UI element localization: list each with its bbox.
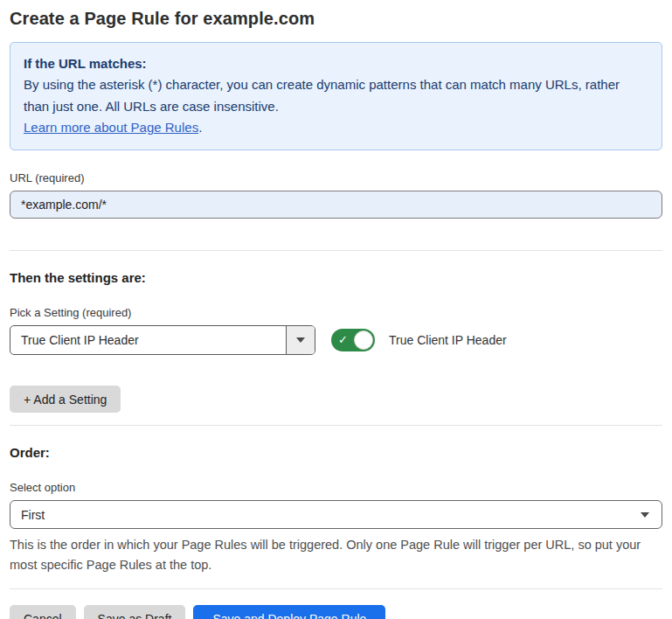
info-box-body: By using the asterisk (*) character, you… bbox=[24, 74, 648, 117]
chevron-down-icon bbox=[641, 512, 649, 518]
order-select[interactable]: First bbox=[10, 500, 662, 529]
order-select-group: Select option First This is the order in… bbox=[10, 481, 662, 574]
page-title: Create a Page Rule for example.com bbox=[10, 9, 662, 29]
url-matches-info-box: If the URL matches: By using the asteris… bbox=[10, 42, 662, 150]
order-select-value: First bbox=[21, 508, 641, 522]
check-icon: ✓ bbox=[338, 334, 348, 345]
url-field-group: URL (required) bbox=[10, 171, 662, 219]
divider bbox=[10, 250, 662, 251]
divider bbox=[10, 588, 662, 589]
setting-row: True Client IP Header ✓ True Client IP H… bbox=[10, 325, 662, 355]
create-page-rule-form: Create a Page Rule for example.com If th… bbox=[0, 0, 672, 619]
true-client-ip-toggle[interactable]: ✓ bbox=[331, 329, 375, 351]
divider bbox=[10, 425, 662, 426]
setting-select-arrow-button[interactable] bbox=[286, 326, 315, 354]
footer-actions: Cancel Save as Draft Save and Deploy Pag… bbox=[10, 605, 662, 619]
add-setting-button[interactable]: + Add a Setting bbox=[10, 386, 121, 413]
setting-picker-group: Pick a Setting (required) True Client IP… bbox=[10, 306, 662, 355]
info-box-link-row: Learn more about Page Rules. bbox=[24, 117, 648, 138]
save-as-draft-button[interactable]: Save as Draft bbox=[84, 605, 186, 619]
order-select-label: Select option bbox=[10, 481, 662, 494]
setting-toggle-group: ✓ True Client IP Header bbox=[331, 329, 507, 351]
toggle-knob bbox=[354, 330, 373, 350]
setting-select-value: True Client IP Header bbox=[10, 326, 286, 354]
save-and-deploy-button[interactable]: Save and Deploy Page Rule bbox=[193, 605, 385, 619]
order-section-heading: Order: bbox=[10, 445, 662, 460]
order-help-text: This is the order in which your Page Rul… bbox=[10, 535, 661, 574]
settings-section-heading: Then the settings are: bbox=[10, 270, 662, 285]
learn-more-link[interactable]: Learn more about Page Rules bbox=[24, 120, 198, 135]
url-field-label: URL (required) bbox=[10, 171, 662, 184]
toggle-label: True Client IP Header bbox=[389, 333, 507, 347]
setting-select[interactable]: True Client IP Header bbox=[10, 325, 315, 355]
url-input[interactable] bbox=[10, 191, 662, 219]
chevron-down-icon bbox=[296, 337, 305, 343]
link-suffix: . bbox=[198, 120, 202, 135]
info-box-heading: If the URL matches: bbox=[24, 53, 648, 74]
setting-picker-label: Pick a Setting (required) bbox=[10, 306, 662, 319]
cancel-button[interactable]: Cancel bbox=[10, 605, 76, 619]
